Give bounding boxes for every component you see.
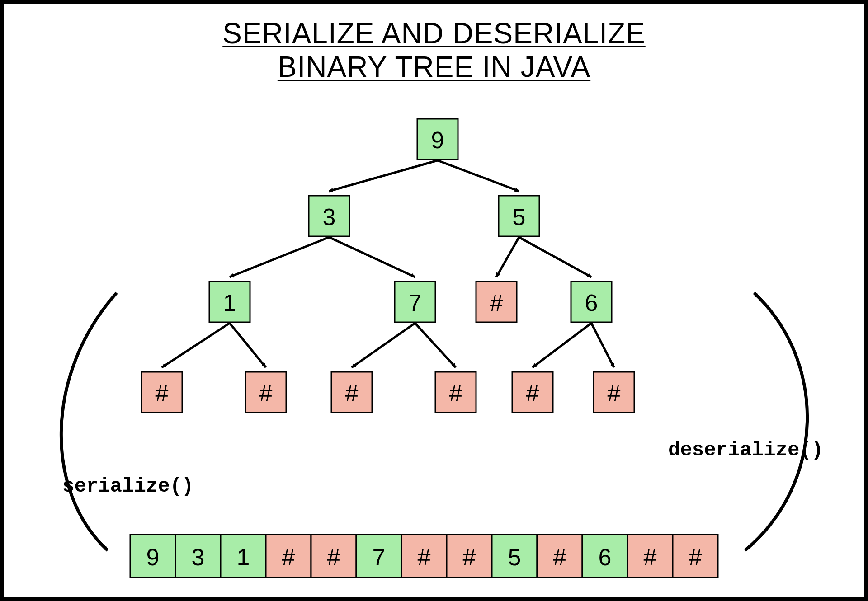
- tree-node-value: 6: [571, 282, 612, 322]
- tree-node-null: #: [331, 372, 372, 413]
- tree-node-null: #: [245, 372, 286, 413]
- svg-text:#: #: [526, 380, 539, 406]
- tree-nodes: 93517#6######: [142, 119, 634, 413]
- tree-edges: [162, 160, 614, 367]
- svg-text:#: #: [345, 380, 359, 406]
- tree-node-value: 9: [417, 119, 458, 160]
- strip-cell-null: #: [311, 535, 356, 578]
- tree-edge: [162, 323, 230, 367]
- strip-cell-null: #: [447, 535, 492, 578]
- svg-text:#: #: [463, 544, 476, 570]
- strip-cell-null: #: [537, 535, 582, 578]
- strip-cell-value: 9: [130, 535, 175, 578]
- tree-node-null: #: [435, 372, 476, 413]
- svg-text:1: 1: [237, 544, 250, 570]
- svg-text:3: 3: [323, 204, 336, 230]
- strip-cell-value: 1: [221, 535, 266, 578]
- strip-cell-null: #: [401, 535, 447, 578]
- svg-text:#: #: [259, 380, 273, 406]
- tree-edge: [329, 237, 415, 277]
- svg-text:3: 3: [192, 544, 205, 570]
- tree-node-null: #: [594, 372, 634, 413]
- svg-text:deserialize(): deserialize(): [668, 439, 823, 461]
- tree-node-value: 1: [209, 282, 250, 322]
- tree-node-null: #: [476, 282, 517, 322]
- svg-text:7: 7: [373, 544, 386, 570]
- svg-text:#: #: [490, 290, 503, 316]
- tree-edge: [519, 237, 591, 277]
- diagram-svg: 93517#6###### serialize() deserialize() …: [4, 4, 864, 597]
- diagram-frame: SERIALIZE AND DESERIALIZE BINARY TREE IN…: [0, 0, 868, 601]
- svg-text:#: #: [644, 544, 657, 570]
- tree-node-value: 5: [499, 196, 539, 236]
- strip-cell-null: #: [673, 535, 718, 578]
- svg-text:#: #: [608, 380, 621, 406]
- deserialize-label: deserialize(): [668, 439, 823, 461]
- tree-node-null: #: [512, 372, 553, 413]
- tree-edge: [533, 323, 591, 367]
- tree-node-null: #: [142, 372, 182, 413]
- tree-edge: [591, 323, 614, 367]
- svg-text:1: 1: [223, 290, 236, 316]
- tree-edge: [230, 237, 329, 277]
- svg-text:#: #: [282, 544, 295, 570]
- svg-text:#: #: [156, 380, 169, 406]
- strip-cell-null: #: [627, 535, 673, 578]
- tree-edge: [496, 237, 519, 277]
- svg-text:5: 5: [513, 204, 526, 230]
- strip-cell-value: 3: [175, 535, 221, 578]
- svg-text:#: #: [327, 544, 340, 570]
- tree-edge: [230, 323, 266, 367]
- tree-edge: [329, 160, 438, 191]
- svg-text:#: #: [449, 380, 462, 406]
- svg-text:9: 9: [146, 544, 160, 570]
- strip-cell-null: #: [266, 535, 311, 578]
- tree-edge: [415, 323, 456, 367]
- svg-text:6: 6: [585, 290, 598, 316]
- strip-cell-value: 5: [492, 535, 537, 578]
- tree-node-value: 7: [395, 282, 435, 322]
- svg-text:#: #: [689, 544, 702, 570]
- serialized-strip: 931##7##5#6##: [130, 535, 718, 578]
- tree-edge: [438, 160, 519, 191]
- svg-text:6: 6: [599, 544, 612, 570]
- svg-text:serialize(): serialize(): [62, 475, 193, 498]
- tree-edge: [352, 323, 415, 367]
- svg-text:9: 9: [431, 127, 444, 153]
- serialize-label: serialize(): [62, 475, 193, 498]
- strip-cell-value: 7: [356, 535, 401, 578]
- svg-text:7: 7: [409, 290, 422, 316]
- svg-text:#: #: [418, 544, 431, 570]
- svg-text:#: #: [553, 544, 566, 570]
- svg-text:5: 5: [508, 544, 521, 570]
- serialize-arrow: [61, 293, 117, 550]
- deserialize-arrow: [745, 293, 807, 550]
- strip-cell-value: 6: [582, 535, 627, 578]
- tree-node-value: 3: [309, 196, 349, 236]
